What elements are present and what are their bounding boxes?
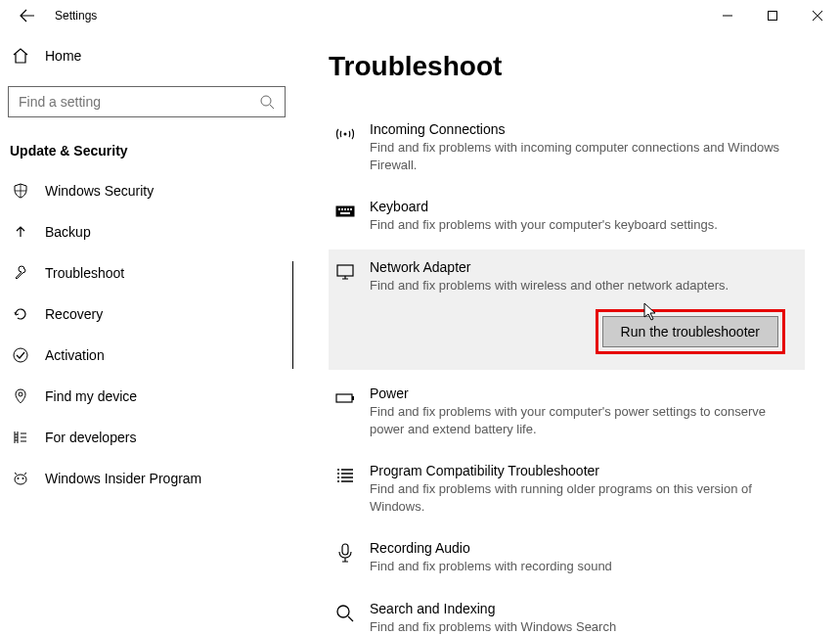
sidebar-item-label: Windows Security <box>45 183 154 199</box>
location-icon <box>12 387 29 405</box>
svg-rect-12 <box>347 208 349 210</box>
troubleshoot-item-program-compatibility[interactable]: Program Compatibility Troubleshooter Fin… <box>329 453 805 524</box>
svg-rect-0 <box>769 12 777 21</box>
svg-point-6 <box>22 477 24 479</box>
troubleshoot-item-title: Keyboard <box>370 199 805 214</box>
troubleshoot-item-desc: Find and fix problems with running older… <box>370 480 790 515</box>
back-arrow-icon <box>20 8 35 23</box>
sidebar-item-label: Troubleshoot <box>45 265 124 281</box>
svg-point-4 <box>15 475 26 484</box>
troubleshoot-item-desc: Find and fix problems with your computer… <box>370 216 790 234</box>
sidebar-item-label: Find my device <box>45 388 137 404</box>
sidebar-item-find-my-device[interactable]: Find my device <box>8 376 286 417</box>
sidebar-item-recovery[interactable]: Recovery <box>8 294 286 335</box>
troubleshoot-item-recording-audio[interactable]: Recording Audio Find and fix problems wi… <box>329 530 805 585</box>
sidebar-item-label: Recovery <box>45 306 103 322</box>
svg-rect-10 <box>341 208 343 210</box>
svg-rect-15 <box>337 265 353 276</box>
troubleshoot-item-power[interactable]: Power Find and fix problems with your co… <box>329 376 805 447</box>
svg-point-5 <box>18 477 20 479</box>
home-nav[interactable]: Home <box>8 39 286 72</box>
run-button-highlight: Run the troubleshooter <box>596 309 785 354</box>
monitor-icon <box>334 259 356 355</box>
activation-icon <box>12 346 29 364</box>
section-title: Update & Security <box>8 133 286 170</box>
troubleshoot-item-desc: Find and fix problems with your computer… <box>370 403 790 437</box>
microphone-icon <box>334 540 356 575</box>
maximize-button[interactable] <box>750 0 795 31</box>
minimize-button[interactable] <box>705 0 750 31</box>
svg-point-1 <box>261 96 271 106</box>
run-troubleshooter-button[interactable]: Run the troubleshooter <box>602 316 778 347</box>
home-label: Home <box>45 48 81 64</box>
svg-rect-16 <box>336 394 352 402</box>
svg-point-2 <box>14 348 27 362</box>
sidebar-item-windows-insider[interactable]: Windows Insider Program <box>8 458 286 499</box>
minimize-icon <box>723 11 732 21</box>
troubleshoot-item-desc: Find and fix problems with incoming comp… <box>370 139 790 173</box>
close-button[interactable] <box>795 0 840 31</box>
sidebar-item-label: Windows Insider Program <box>45 471 201 486</box>
maximize-icon <box>768 11 777 21</box>
troubleshoot-item-title: Network Adapter <box>370 259 805 275</box>
recovery-icon <box>12 305 29 323</box>
sidebar-item-backup[interactable]: Backup <box>8 211 286 252</box>
troubleshoot-item-incoming-connections[interactable]: Incoming Connections Find and fix proble… <box>329 112 805 183</box>
troubleshoot-item-network-adapter[interactable]: Network Adapter Find and fix problems wi… <box>329 249 805 371</box>
antenna-icon <box>334 121 356 173</box>
keyboard-icon <box>334 199 356 234</box>
sidebar-item-windows-security[interactable]: Windows Security <box>8 170 286 211</box>
wrench-icon <box>12 264 29 282</box>
svg-rect-17 <box>352 396 354 400</box>
page-title: Troubleshoot <box>329 51 805 82</box>
svg-point-3 <box>19 392 22 396</box>
battery-icon <box>334 386 356 437</box>
shield-icon <box>12 182 29 200</box>
svg-point-19 <box>337 606 349 617</box>
sidebar-item-label: Activation <box>45 347 105 363</box>
developers-icon <box>12 429 29 446</box>
backup-icon <box>12 223 29 241</box>
window-title: Settings <box>55 9 97 23</box>
troubleshoot-item-title: Incoming Connections <box>370 121 805 137</box>
search-icon <box>259 94 275 110</box>
list-icon <box>334 463 356 515</box>
sidebar-item-label: For developers <box>45 430 136 445</box>
svg-rect-13 <box>350 208 352 210</box>
search-icon <box>334 601 356 635</box>
insider-icon <box>12 470 29 487</box>
troubleshoot-item-keyboard[interactable]: Keyboard Find and fix problems with your… <box>329 189 805 244</box>
sidebar-item-troubleshoot[interactable]: Troubleshoot <box>8 252 286 294</box>
svg-rect-14 <box>340 212 350 214</box>
svg-rect-11 <box>344 208 346 210</box>
search-input-wrapper[interactable] <box>8 86 286 117</box>
troubleshoot-item-title: Search and Indexing <box>370 601 805 616</box>
svg-rect-8 <box>336 206 354 216</box>
troubleshoot-item-title: Program Compatibility Troubleshooter <box>370 463 805 478</box>
sidebar-item-for-developers[interactable]: For developers <box>8 417 286 458</box>
troubleshoot-item-search-indexing[interactable]: Search and Indexing Find and fix problem… <box>329 591 805 635</box>
svg-rect-9 <box>338 208 340 210</box>
svg-rect-18 <box>342 544 348 555</box>
troubleshoot-item-desc: Find and fix problems with recording sou… <box>370 558 790 575</box>
sidebar-item-label: Backup <box>45 224 91 240</box>
troubleshoot-item-desc: Find and fix problems with wireless and … <box>370 277 790 295</box>
close-icon <box>813 11 822 21</box>
back-button[interactable] <box>8 0 47 31</box>
home-icon <box>12 47 29 65</box>
search-input[interactable] <box>19 94 259 110</box>
sidebar-item-activation[interactable]: Activation <box>8 335 286 376</box>
troubleshoot-item-title: Power <box>370 386 805 401</box>
troubleshoot-item-title: Recording Audio <box>370 540 805 556</box>
svg-point-7 <box>344 133 347 136</box>
troubleshoot-item-desc: Find and fix problems with Windows Searc… <box>370 618 790 635</box>
